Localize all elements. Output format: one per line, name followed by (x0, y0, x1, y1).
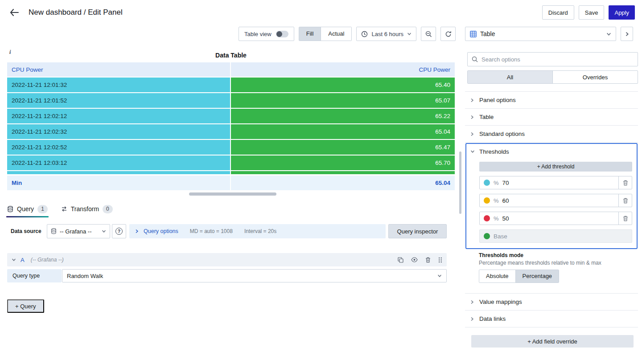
datasource-help-button[interactable]: ? (112, 224, 126, 238)
table-row: 2022-11-21 12:01:32 65.40 (7, 78, 455, 92)
section-value-mappings[interactable]: Value mappings (465, 294, 638, 311)
add-field-override-button[interactable]: + Add field override (471, 335, 634, 348)
table-view-toggle[interactable]: Table view (239, 27, 294, 41)
section-label: Standard options (479, 131, 525, 137)
value-cell: 65.22 (231, 109, 455, 123)
delete-threshold-button[interactable] (618, 212, 632, 225)
chevron-right-icon (135, 229, 139, 233)
horizontal-scrollbar[interactable] (189, 192, 276, 196)
threshold-value-input[interactable]: 70 (502, 180, 615, 186)
column-header-time[interactable]: CPU Power (7, 62, 230, 77)
collapse-options-button[interactable] (621, 27, 633, 41)
help-icon: ? (115, 228, 123, 235)
query-options-label: Query options (144, 228, 178, 234)
add-query-button[interactable]: + Query (7, 299, 44, 313)
interval: Interval = 20s (244, 228, 276, 234)
thresholds-title: Thresholds (479, 148, 509, 155)
tab-transform[interactable]: Transform 0 (61, 205, 113, 213)
section-table[interactable]: Table (465, 109, 638, 126)
thresholds-mode-description: Percentage means thresholds relative to … (479, 260, 601, 266)
panel-toolbar: Table view Fill Actual Last 6 hours (0, 27, 456, 41)
delete-threshold-button[interactable] (618, 194, 632, 207)
zoom-out-button[interactable] (421, 27, 436, 41)
query-type-select[interactable]: Random Walk (62, 269, 447, 282)
drag-handle-icon[interactable] (438, 257, 442, 263)
threshold-percent-prefix: % (494, 180, 499, 186)
query-type-row: Query type Random Walk (7, 269, 447, 282)
chevron-down-icon[interactable] (12, 258, 16, 262)
magnifier-minus-icon (425, 31, 432, 37)
editor-tabs: Query 1 Transform 0 (7, 201, 113, 217)
tab-query[interactable]: Query 1 (7, 205, 48, 213)
table-view-label: Table view (244, 31, 272, 37)
actual-option[interactable]: Actual (321, 27, 351, 41)
chevron-down-icon (437, 274, 442, 278)
tab-transform-label: Transform (71, 205, 99, 213)
time-cell-partial (7, 171, 230, 174)
thresholds-section-header[interactable]: Thresholds (466, 144, 637, 159)
footer-label: Min (7, 176, 230, 190)
section-data-links[interactable]: Data links (465, 311, 638, 327)
threshold-percent-prefix: % (494, 215, 499, 222)
data-table-panel: i Data Table CPU Power CPU Power 2022-11… (7, 48, 455, 191)
chevron-right-icon (470, 300, 474, 304)
time-cell: 2022-11-21 12:03:12 (7, 155, 230, 170)
value-cell: 65.40 (231, 78, 455, 92)
tab-all[interactable]: All (468, 71, 552, 83)
mode-percentage-option[interactable]: Percentage (515, 270, 559, 282)
threshold-color-dot[interactable] (484, 215, 490, 221)
database-icon (7, 206, 13, 213)
chevron-down-icon (470, 149, 475, 154)
search-icon (472, 56, 478, 62)
hide-query-eye-icon[interactable] (411, 257, 418, 262)
threshold-value-input[interactable]: 60 (502, 197, 615, 204)
chevron-down-icon (102, 229, 106, 233)
fill-option[interactable]: Fill (299, 27, 321, 41)
delete-threshold-button[interactable] (618, 176, 632, 189)
table-row: 2022-11-21 12:02:32 65.04 (7, 124, 455, 139)
search-input[interactable] (482, 56, 634, 63)
thresholds-mode-group: Absolute Percentage (479, 270, 559, 283)
add-threshold-button[interactable]: + Add threshold (479, 162, 632, 172)
threshold-color-dot[interactable] (484, 197, 490, 204)
threshold-row: % 50 (479, 212, 632, 225)
time-cell: 2022-11-21 12:02:32 (7, 124, 230, 139)
base-color-dot[interactable] (484, 233, 490, 239)
clock-icon (361, 31, 368, 37)
section-panel-options[interactable]: Panel options (465, 92, 638, 109)
threshold-value-input[interactable]: 50 (502, 215, 615, 222)
chevron-right-icon (470, 98, 474, 102)
panel-info-icon[interactable]: i (9, 49, 11, 56)
datasource-picker[interactable]: -- Grafana -- (47, 224, 110, 238)
table-row-partial (7, 171, 455, 174)
query-inspector-button[interactable]: Query inspector (388, 224, 447, 238)
mode-absolute-option[interactable]: Absolute (479, 270, 515, 282)
vertical-scrollbar[interactable] (459, 151, 461, 214)
query-ref-id: A (21, 257, 25, 263)
duplicate-query-icon[interactable] (398, 257, 403, 263)
table-row: 2022-11-21 12:02:12 65.22 (7, 109, 455, 123)
table-header-row: CPU Power CPU Power (7, 62, 455, 77)
thresholds-mode-label: Thresholds mode (479, 252, 601, 258)
back-button[interactable] (7, 5, 21, 20)
table-view-switch-icon[interactable] (276, 31, 288, 37)
query-row-header[interactable]: A (-- Grafana --) (7, 253, 447, 266)
visualization-picker[interactable]: Table (465, 27, 616, 41)
thresholds-section: Thresholds + Add threshold % 70 % (465, 143, 638, 249)
value-cell: 65.70 (231, 155, 455, 170)
delete-query-trash-icon[interactable] (425, 257, 431, 263)
fill-actual-group: Fill Actual (299, 27, 352, 41)
table-row: 2022-11-21 12:02:52 65.47 (7, 140, 455, 155)
options-search[interactable] (467, 52, 638, 66)
threshold-percent-prefix: % (494, 197, 499, 204)
time-range-picker[interactable]: Last 6 hours (356, 27, 416, 41)
section-standard-options[interactable]: Standard options (465, 126, 638, 143)
threshold-color-dot[interactable] (484, 180, 490, 186)
refresh-button[interactable] (440, 27, 456, 41)
query-row-actions (398, 257, 442, 263)
query-options-bar[interactable]: Query options MD = auto = 1008 Interval … (129, 224, 386, 238)
datasource-icon (51, 228, 57, 234)
time-cell: 2022-11-21 12:02:52 (7, 140, 230, 155)
tab-overrides[interactable]: Overrides (552, 71, 638, 83)
column-header-value[interactable]: CPU Power (231, 62, 455, 77)
